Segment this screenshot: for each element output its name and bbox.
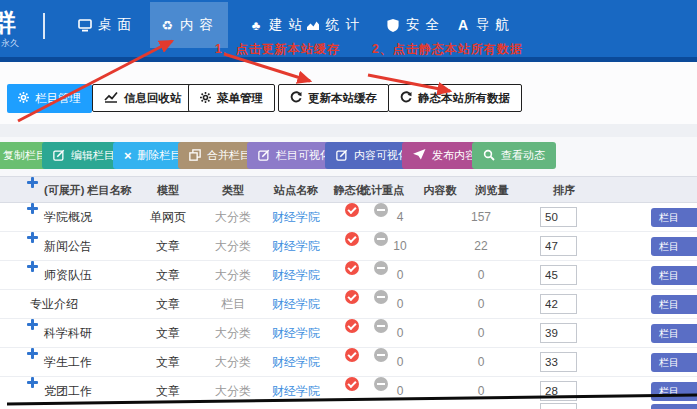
- row-action-button[interactable]: 栏目: [651, 266, 697, 285]
- type-cell: 大分类: [210, 319, 256, 348]
- info-recycle-button[interactable]: 信息回收站: [92, 84, 194, 112]
- type-cell: 栏目: [210, 290, 256, 319]
- expand-plus-icon[interactable]: [27, 232, 38, 243]
- column-name-cell: 学生工作: [44, 348, 92, 377]
- column-name-cell: 新闻公告: [44, 232, 92, 261]
- view-activity-button[interactable]: 查看动态: [472, 142, 556, 169]
- static-all-button[interactable]: 静态本站所有数据: [388, 84, 522, 112]
- site-link[interactable]: 财经学院: [272, 232, 320, 261]
- edit-column-label: 编辑栏目: [71, 148, 115, 163]
- site-link[interactable]: 财经学院: [272, 261, 320, 290]
- nav-item-site-build[interactable]: ♣ 建站: [248, 16, 308, 34]
- delete-column-label: 删除栏目: [138, 148, 182, 163]
- annotation-note-1: 1、点击更新本站缓存: [215, 41, 340, 58]
- sort-input[interactable]: [540, 352, 577, 372]
- tree-icon: ♣: [248, 17, 264, 33]
- static-enabled-icon[interactable]: [345, 203, 359, 217]
- expand-plus-icon[interactable]: [27, 319, 38, 330]
- nav-label-desktop: 桌面: [98, 16, 137, 34]
- table-row: 学生工作 文章 大分类 财经学院 0 0 栏目: [0, 348, 697, 377]
- row-action-button[interactable]: 栏目: [651, 208, 697, 227]
- expand-plus-icon[interactable]: [27, 348, 38, 359]
- type-cell: 大分类: [210, 348, 256, 377]
- content-count-cell: 0: [386, 348, 414, 377]
- model-cell: 文章: [146, 261, 190, 290]
- static-enabled-icon[interactable]: [345, 377, 359, 391]
- merge-icon: [189, 149, 201, 163]
- column-manage-button[interactable]: 栏目管理: [7, 84, 92, 113]
- type-cell: 大分类: [210, 203, 256, 232]
- views-cell: 0: [462, 261, 500, 290]
- static-enabled-icon[interactable]: [345, 348, 359, 362]
- nav-item-desktop[interactable]: 桌面: [77, 16, 137, 34]
- views-cell: 22: [462, 232, 500, 261]
- model-cell: 单网页: [146, 203, 190, 232]
- header-content-count: 内容数: [418, 177, 462, 204]
- views-cell: 0: [462, 348, 500, 377]
- cms-admin-screen: 群 永久 桌面 ♻ 内容 ♣ 建站 统计 安全: [0, 0, 697, 409]
- type-cell: 大分类: [210, 232, 256, 261]
- table-header: (可展开) 栏目名称 模型 类型 站点名称 静态化 统计重点 内容数 浏览量 排…: [0, 176, 697, 203]
- sort-input[interactable]: [540, 323, 577, 343]
- content-count-cell: 0: [386, 319, 414, 348]
- letter-a-icon: A: [455, 17, 471, 33]
- header-model: 模型: [146, 177, 190, 204]
- expand-plus-icon[interactable]: [27, 261, 38, 272]
- column-name-cell: 师资队伍: [44, 261, 92, 290]
- views-cell: 0: [462, 290, 500, 319]
- static-enabled-icon[interactable]: [345, 319, 359, 333]
- sort-input[interactable]: [540, 236, 577, 256]
- table-row: 新闻公告 文章 大分类 财经学院 10 22 栏目: [0, 232, 697, 261]
- header-column-name: (可展开) 栏目名称: [44, 177, 131, 204]
- menu-manage-button[interactable]: 菜单管理: [188, 84, 275, 112]
- static-enabled-icon[interactable]: [345, 290, 359, 304]
- header-views: 浏览量: [470, 177, 514, 204]
- expand-plus-icon[interactable]: [27, 377, 38, 388]
- row-action-button[interactable]: 栏目: [651, 295, 697, 314]
- row-action-button[interactable]: 栏目: [651, 382, 697, 401]
- site-link[interactable]: 财经学院: [272, 319, 320, 348]
- paper-plane-icon: [413, 149, 426, 162]
- sort-input[interactable]: [540, 294, 577, 314]
- nav-label-security: 安全: [406, 16, 445, 34]
- nav-label-site-build: 建站: [269, 16, 308, 34]
- nav-label-navigation: 导航: [476, 16, 515, 34]
- views-cell: 157: [462, 203, 500, 232]
- recycle-icon: ♻: [159, 17, 175, 33]
- update-cache-label: 更新本站缓存: [308, 91, 377, 106]
- site-link[interactable]: 财经学院: [272, 203, 320, 232]
- menu-manage-label: 菜单管理: [217, 91, 263, 106]
- refresh-icon: [290, 91, 302, 105]
- site-link[interactable]: 财经学院: [272, 290, 320, 319]
- expand-plus-icon[interactable]: [27, 203, 38, 214]
- nav-item-statistics[interactable]: 统计: [305, 16, 365, 34]
- static-enabled-icon[interactable]: [345, 232, 359, 246]
- table-row: 科学科研 文章 大分类 财经学院 0 0 栏目: [0, 319, 697, 348]
- views-cell: 0: [462, 319, 500, 348]
- sort-input[interactable]: [540, 207, 577, 227]
- info-recycle-label: 信息回收站: [124, 91, 182, 106]
- copy-column-label: 复制栏目: [3, 148, 47, 163]
- column-manage-label: 栏目管理: [35, 91, 81, 106]
- header-site-name: 站点名称: [272, 177, 320, 204]
- sort-input[interactable]: [540, 381, 577, 401]
- site-link[interactable]: 财经学院: [272, 348, 320, 377]
- static-enabled-icon[interactable]: [345, 261, 359, 275]
- expand-plus-icon: [27, 177, 38, 188]
- search-icon: [483, 149, 495, 163]
- nav-label-content: 内容: [180, 16, 219, 34]
- row-action-button[interactable]: 栏目: [651, 324, 697, 343]
- x-icon: ×: [124, 149, 132, 162]
- row-action-button[interactable]: 栏目: [651, 353, 697, 372]
- edit-icon: [53, 149, 65, 163]
- top-navbar: 群 永久 桌面 ♻ 内容 ♣ 建站 统计 安全: [0, 0, 697, 57]
- column-name-cell: 学院概况: [44, 203, 92, 232]
- row-action-button[interactable]: 栏目: [651, 237, 697, 256]
- header-type: 类型: [210, 177, 256, 204]
- nav-item-security[interactable]: 安全: [385, 16, 445, 34]
- model-cell: 文章: [146, 232, 190, 261]
- update-cache-button[interactable]: 更新本站缓存: [278, 84, 389, 112]
- header-stat-focus: 统计重点: [360, 177, 404, 204]
- sort-input[interactable]: [540, 265, 577, 285]
- nav-item-navigation[interactable]: A 导航: [455, 16, 515, 34]
